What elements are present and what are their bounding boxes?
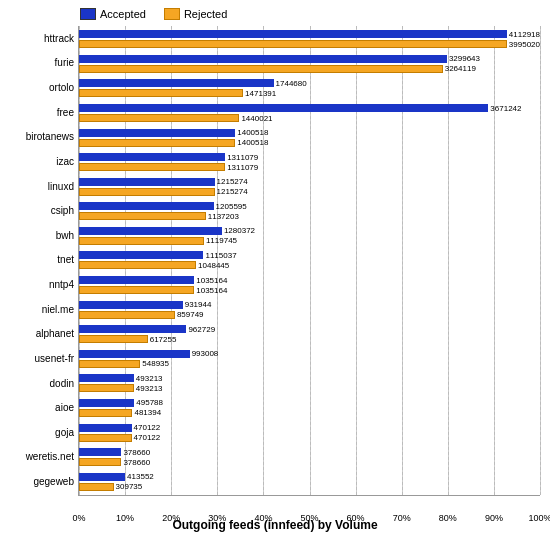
bar-rejected-line-gegeweb: 309735 bbox=[79, 482, 540, 492]
bar-rejected-line-aioe: 481394 bbox=[79, 408, 540, 418]
bar-rejected-value-aioe: 481394 bbox=[134, 408, 161, 417]
bar-accepted-value-csiph: 1205595 bbox=[216, 202, 247, 211]
bar-accepted-tnet bbox=[79, 251, 203, 259]
bar-row-bwh: 12803721119745 bbox=[79, 226, 540, 246]
y-label-furie: furie bbox=[10, 52, 78, 73]
x-label-60%: 60% bbox=[347, 513, 365, 523]
legend-accepted-box bbox=[80, 8, 96, 20]
bar-rejected-value-tnet: 1048445 bbox=[198, 261, 229, 270]
y-label-birotanews: birotanews bbox=[10, 126, 78, 147]
bar-rejected-value-dodin: 493213 bbox=[136, 384, 163, 393]
y-label-weretis.net: weretis.net bbox=[10, 446, 78, 467]
bar-accepted-value-ortolo: 1744680 bbox=[276, 79, 307, 88]
bar-accepted-line-dodin: 493213 bbox=[79, 373, 540, 383]
bar-rejected-alphanet bbox=[79, 335, 148, 343]
bar-accepted-furie bbox=[79, 55, 447, 63]
x-label-100%: 100% bbox=[528, 513, 550, 523]
chart-area: httrackfurieortolofreebirotanewsizaclinu… bbox=[10, 26, 540, 496]
bar-row-httrack: 41129183995020 bbox=[79, 29, 540, 49]
x-label-50%: 50% bbox=[300, 513, 318, 523]
bar-accepted-value-aioe: 495788 bbox=[136, 398, 163, 407]
y-label-dodin: dodin bbox=[10, 373, 78, 394]
bar-rejected-linuxd bbox=[79, 188, 215, 196]
bars-container: 4112918399502032996433264119174468014713… bbox=[79, 26, 540, 495]
bar-accepted-line-ortolo: 1744680 bbox=[79, 78, 540, 88]
bar-rejected-line-ortolo: 1471391 bbox=[79, 88, 540, 98]
y-label-free: free bbox=[10, 102, 78, 123]
y-label-nntp4: nntp4 bbox=[10, 274, 78, 295]
bar-rejected-ortolo bbox=[79, 89, 243, 97]
bar-accepted-value-bwh: 1280372 bbox=[224, 226, 255, 235]
bar-row-furie: 32996433264119 bbox=[79, 54, 540, 74]
bar-rejected-line-furie: 3264119 bbox=[79, 64, 540, 74]
bar-rejected-line-birotanews: 1400518 bbox=[79, 138, 540, 148]
bar-accepted-goja bbox=[79, 424, 132, 432]
bar-rejected-line-alphanet: 617255 bbox=[79, 334, 540, 344]
bar-accepted-httrack bbox=[79, 30, 507, 38]
bar-rejected-line-niel.me: 859749 bbox=[79, 310, 540, 320]
bar-rejected-value-free: 1440021 bbox=[241, 114, 272, 123]
bar-accepted-aioe bbox=[79, 399, 134, 407]
bar-row-linuxd: 12152741215274 bbox=[79, 177, 540, 197]
bar-row-izac: 13110791311079 bbox=[79, 152, 540, 172]
bar-rejected-line-bwh: 1119745 bbox=[79, 236, 540, 246]
bar-accepted-value-furie: 3299643 bbox=[449, 54, 480, 63]
legend-rejected-box bbox=[164, 8, 180, 20]
bar-accepted-value-free: 3671242 bbox=[490, 104, 521, 113]
bar-rejected-value-niel.me: 859749 bbox=[177, 310, 204, 319]
bar-accepted-dodin bbox=[79, 374, 134, 382]
bar-accepted-line-gegeweb: 413552 bbox=[79, 472, 540, 482]
bar-accepted-value-gegeweb: 413552 bbox=[127, 472, 154, 481]
bar-row-ortolo: 17446801471391 bbox=[79, 78, 540, 98]
bar-rejected-bwh bbox=[79, 237, 204, 245]
bar-rejected-value-goja: 470122 bbox=[134, 433, 161, 442]
x-label-10%: 10% bbox=[116, 513, 134, 523]
legend: Accepted Rejected bbox=[10, 8, 540, 20]
grid-line-100 bbox=[540, 26, 541, 495]
bar-accepted-niel.me bbox=[79, 301, 183, 309]
bar-row-weretis.net: 378660378660 bbox=[79, 447, 540, 467]
bar-accepted-izac bbox=[79, 153, 225, 161]
bar-rejected-dodin bbox=[79, 384, 134, 392]
bar-rejected-aioe bbox=[79, 409, 132, 417]
bar-row-csiph: 12055951137203 bbox=[79, 201, 540, 221]
bar-accepted-value-birotanews: 1400518 bbox=[237, 128, 268, 137]
bar-rejected-value-birotanews: 1400518 bbox=[237, 138, 268, 147]
bar-accepted-value-dodin: 493213 bbox=[136, 374, 163, 383]
y-label-niel.me: niel.me bbox=[10, 299, 78, 320]
bar-rejected-line-free: 1440021 bbox=[79, 113, 540, 123]
bar-rejected-value-usenet-fr: 548935 bbox=[142, 359, 169, 368]
bar-rejected-value-ortolo: 1471391 bbox=[245, 89, 276, 98]
chart-title: Outgoing feeds (innfeed) by Volume bbox=[10, 518, 540, 532]
bar-rejected-niel.me bbox=[79, 311, 175, 319]
bar-rejected-line-linuxd: 1215274 bbox=[79, 187, 540, 197]
bar-accepted-nntp4 bbox=[79, 276, 194, 284]
bar-row-dodin: 493213493213 bbox=[79, 373, 540, 393]
bar-rejected-free bbox=[79, 114, 239, 122]
x-label-80%: 80% bbox=[439, 513, 457, 523]
bar-rejected-weretis.net bbox=[79, 458, 121, 466]
bar-accepted-line-weretis.net: 378660 bbox=[79, 447, 540, 457]
bar-rejected-line-tnet: 1048445 bbox=[79, 260, 540, 270]
bar-accepted-gegeweb bbox=[79, 473, 125, 481]
y-label-goja: goja bbox=[10, 422, 78, 443]
bar-rejected-izac bbox=[79, 163, 225, 171]
bar-accepted-value-nntp4: 1035164 bbox=[196, 276, 227, 285]
bar-accepted-line-aioe: 495788 bbox=[79, 398, 540, 408]
bar-accepted-ortolo bbox=[79, 79, 274, 87]
x-label-90%: 90% bbox=[485, 513, 503, 523]
bar-accepted-bwh bbox=[79, 227, 222, 235]
bar-accepted-value-alphanet: 962729 bbox=[188, 325, 215, 334]
legend-accepted: Accepted bbox=[80, 8, 146, 20]
bar-rejected-value-alphanet: 617255 bbox=[150, 335, 177, 344]
bar-row-free: 36712421440021 bbox=[79, 103, 540, 123]
bar-rejected-value-gegeweb: 309735 bbox=[116, 482, 143, 491]
bar-accepted-line-furie: 3299643 bbox=[79, 54, 540, 64]
bar-accepted-value-usenet-fr: 993008 bbox=[192, 349, 219, 358]
bar-accepted-birotanews bbox=[79, 129, 235, 137]
bar-accepted-value-izac: 1311079 bbox=[227, 153, 258, 162]
bar-row-goja: 470122470122 bbox=[79, 423, 540, 443]
bar-rejected-line-usenet-fr: 548935 bbox=[79, 359, 540, 369]
bar-row-aioe: 495788481394 bbox=[79, 398, 540, 418]
bar-accepted-value-niel.me: 931944 bbox=[185, 300, 212, 309]
